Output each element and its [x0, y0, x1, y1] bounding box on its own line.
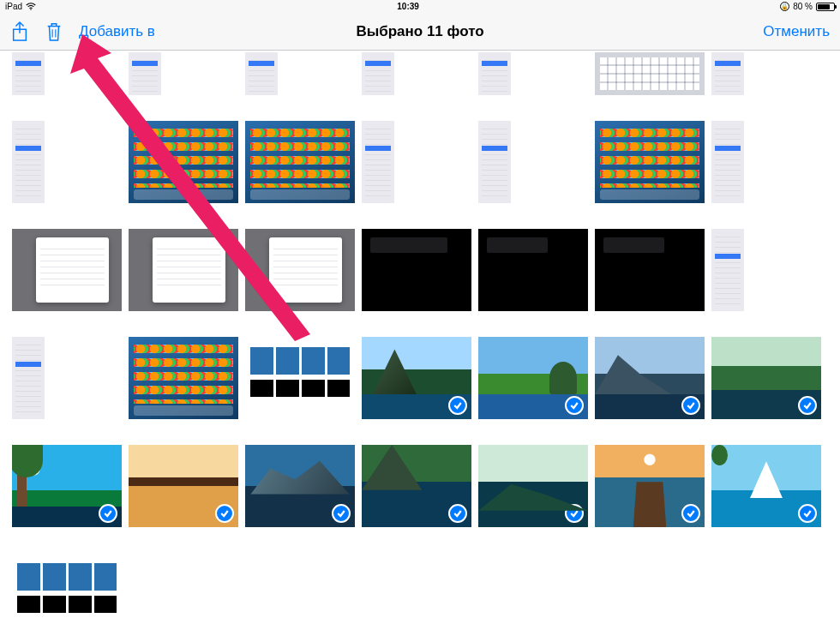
- photo-thumbnail[interactable]: [245, 229, 355, 311]
- photo-thumbnail[interactable]: [362, 121, 471, 203]
- photo-thumbnail[interactable]: [12, 445, 122, 527]
- photo-thumbnail[interactable]: [12, 553, 122, 630]
- status-time: 10:39: [36, 2, 780, 11]
- photo-row: [12, 52, 828, 95]
- battery-icon: [816, 3, 835, 11]
- photo-grid: [0, 51, 840, 630]
- selection-checkmark-icon: [448, 396, 467, 415]
- nav-bar: Добавить в Выбрано 11 фото Отменить: [0, 13, 840, 51]
- photo-thumbnail[interactable]: [362, 52, 471, 95]
- selection-checkmark-icon: [798, 396, 817, 415]
- orientation-lock-icon: 🔒: [780, 2, 789, 11]
- status-battery-pct: 80 %: [793, 2, 813, 11]
- photo-thumbnail[interactable]: [711, 52, 821, 95]
- selection-checkmark-icon: [798, 504, 817, 523]
- photo-thumbnail[interactable]: [595, 229, 705, 311]
- selection-checkmark-icon: [681, 504, 700, 523]
- photo-thumbnail[interactable]: [478, 229, 588, 311]
- selection-checkmark-icon: [448, 504, 467, 523]
- selection-checkmark-icon: [565, 396, 584, 415]
- photo-row: [12, 553, 828, 630]
- photo-row: [12, 229, 828, 311]
- photo-thumbnail[interactable]: [12, 52, 122, 95]
- selection-checkmark-icon: [332, 504, 351, 523]
- photo-thumbnail[interactable]: [12, 121, 122, 203]
- photo-thumbnail[interactable]: [129, 337, 238, 419]
- photo-thumbnail[interactable]: [478, 121, 588, 203]
- svg-point-0: [30, 9, 32, 10]
- photo-row: [12, 337, 828, 419]
- photo-thumbnail[interactable]: [129, 121, 238, 203]
- photo-thumbnail[interactable]: [129, 52, 238, 95]
- photo-thumbnail[interactable]: [595, 445, 705, 527]
- status-bar: iPad 10:39 🔒 80 %: [0, 0, 840, 13]
- selection-checkmark-icon: [565, 504, 584, 523]
- photo-thumbnail[interactable]: [245, 121, 355, 203]
- selection-checkmark-icon: [681, 396, 700, 415]
- photo-thumbnail[interactable]: [711, 121, 821, 203]
- photo-thumbnail[interactable]: [595, 52, 705, 95]
- status-device: iPad: [5, 2, 22, 11]
- add-to-button[interactable]: Добавить в: [79, 23, 155, 40]
- selection-checkmark-icon: [99, 504, 117, 523]
- photo-thumbnail[interactable]: [595, 121, 705, 203]
- wifi-icon: [26, 3, 36, 10]
- selection-checkmark-icon: [215, 504, 234, 523]
- photo-thumbnail[interactable]: [12, 229, 122, 311]
- photo-thumbnail[interactable]: [129, 229, 238, 311]
- photo-thumbnail[interactable]: [478, 52, 588, 95]
- photo-thumbnail[interactable]: [362, 229, 471, 311]
- photo-thumbnail[interactable]: [711, 337, 821, 419]
- photo-thumbnail[interactable]: [711, 445, 821, 527]
- photo-thumbnail[interactable]: [711, 229, 821, 311]
- cancel-button[interactable]: Отменить: [763, 23, 830, 40]
- photo-thumbnail[interactable]: [245, 445, 355, 527]
- photo-thumbnail[interactable]: [362, 337, 471, 419]
- photo-thumbnail[interactable]: [12, 337, 122, 419]
- photo-thumbnail[interactable]: [362, 445, 471, 527]
- photo-thumbnail[interactable]: [478, 445, 588, 527]
- share-icon[interactable]: [10, 21, 29, 43]
- photo-thumbnail[interactable]: [245, 52, 355, 95]
- photo-thumbnail[interactable]: [129, 445, 238, 527]
- photo-row: [12, 445, 828, 527]
- photo-row: [12, 121, 828, 203]
- photo-thumbnail[interactable]: [245, 337, 355, 419]
- photo-thumbnail[interactable]: [595, 337, 705, 419]
- trash-icon[interactable]: [45, 21, 63, 43]
- photo-thumbnail[interactable]: [478, 337, 588, 419]
